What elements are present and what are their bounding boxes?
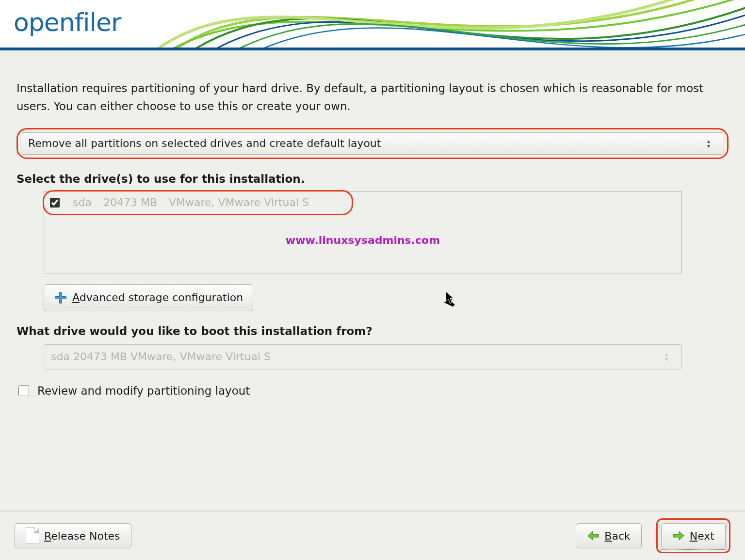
combo-spinner-icon: ▴▾: [700, 139, 717, 148]
back-button[interactable]: Back: [576, 523, 641, 548]
plus-icon: [54, 291, 67, 304]
drive-row-highlight: sda 20473 MB VMware, VMware Virtual S: [43, 190, 353, 215]
header-banner: openfiler: [0, 0, 745, 50]
next-button-highlight: Next: [656, 518, 730, 553]
next-label: Next: [690, 530, 714, 542]
review-checkbox[interactable]: [18, 385, 29, 396]
partition-layout-selected: Remove all partitions on selected drives…: [28, 137, 700, 149]
drive-size: 20473 MB: [103, 196, 157, 208]
release-notes-button[interactable]: Release Notes: [15, 523, 131, 548]
watermark-text: www.linuxsysadmins.com: [286, 234, 440, 246]
boot-drive-combo[interactable]: sda 20473 MB VMware, VMware Virtual S ▴▾: [44, 344, 682, 369]
review-label: Review and modify partitioning layout: [37, 384, 250, 397]
partition-layout-highlight: Remove all partitions on selected drives…: [16, 128, 729, 159]
drive-model: VMware, VMware Virtual S: [169, 196, 309, 208]
drive-select-label: Select the drive(s) to use for this inst…: [16, 173, 729, 185]
document-icon: [26, 528, 39, 544]
partition-layout-combo[interactable]: Remove all partitions on selected drives…: [21, 132, 724, 155]
boot-drive-selected: sda 20473 MB VMware, VMware Virtual S: [51, 351, 658, 363]
release-notes-label: Release Notes: [44, 530, 120, 542]
drive-list: sda 20473 MB VMware, VMware Virtual S ww…: [44, 191, 682, 273]
intro-text: Installation requires partitioning of yo…: [16, 80, 729, 115]
combo-spinner-icon: ▴▾: [658, 352, 675, 362]
next-button[interactable]: Next: [661, 523, 726, 548]
drive-row[interactable]: sda 20473 MB VMware, VMware Virtual S: [48, 194, 347, 211]
drive-checkbox-sda[interactable]: [50, 198, 60, 208]
review-partitioning-row[interactable]: Review and modify partitioning layout: [16, 384, 729, 398]
arrow-left-icon: [587, 530, 599, 541]
advanced-storage-label: Advanced storage configuration: [72, 291, 243, 304]
back-label: Back: [604, 530, 630, 542]
product-logo: openfiler: [14, 8, 121, 37]
drive-name: sda: [73, 196, 92, 208]
advanced-storage-button[interactable]: Advanced storage configuration: [44, 284, 253, 311]
svg-rect-3: [55, 297, 66, 299]
arrow-right-icon: [672, 530, 685, 541]
boot-drive-label: What drive would you like to boot this i…: [16, 325, 729, 337]
footer-bar: Release Notes Back Next: [0, 511, 745, 560]
